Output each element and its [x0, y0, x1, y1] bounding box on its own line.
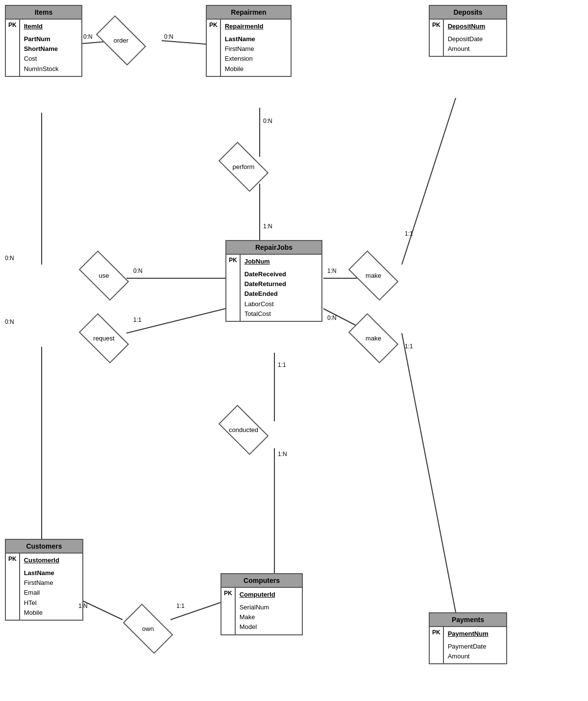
entity-deposits-header: Deposits: [430, 6, 506, 20]
repairmen-pk-label: PK: [209, 22, 218, 28]
repairmen-field-3: Mobile: [225, 64, 264, 74]
computers-pk-field: ComputerId: [240, 590, 275, 600]
card-repairmen-order: 0:N: [164, 33, 173, 40]
items-pk-field: ItemId: [24, 22, 59, 31]
card-repairjobs-make-bottom: 0:N: [327, 314, 337, 321]
card-computers-own: 1:1: [176, 603, 185, 609]
svg-line-9: [402, 98, 456, 265]
repairmen-field-0: LastName: [225, 34, 264, 44]
repairjobs-pk-label: PK: [229, 257, 237, 264]
repairjobs-field-1: DateReturned: [245, 279, 286, 289]
computers-field-0: SerialNum: [240, 603, 275, 612]
repairjobs-field-0: DateReceived: [245, 269, 286, 279]
diamond-make-top: make: [349, 258, 398, 292]
diamond-own: own: [123, 611, 172, 646]
entity-repairjobs-header: RepairJobs: [226, 241, 321, 255]
svg-line-1: [162, 41, 206, 44]
svg-line-11: [402, 333, 456, 612]
card-repairjobs-make-top: 1:N: [327, 267, 337, 274]
card-repairjobs-conducted: 1:1: [278, 362, 286, 368]
entity-items-header: Items: [6, 6, 81, 20]
entity-repairjobs: RepairJobs PK JobNum DateReceived DateRe…: [225, 240, 322, 322]
payments-pk-label: PK: [432, 629, 441, 636]
card-use-repairjobs: 0:N: [133, 267, 143, 274]
entity-repairmen: Repairmen PK RepairmenId LastName FirstN…: [206, 5, 292, 77]
computers-pk-label: PK: [224, 590, 232, 597]
entity-computers: Computers PK ComputerId SerialNum Make M…: [220, 573, 303, 635]
customers-pk-label: PK: [8, 556, 17, 562]
diamond-make-bottom-label: make: [366, 335, 381, 342]
diamond-order: order: [97, 23, 146, 57]
entity-payments: Payments PK PaymentNum PaymentDate Amoun…: [429, 612, 507, 664]
repairmen-field-2: Extension: [225, 54, 264, 64]
computers-field-2: Model: [240, 622, 275, 632]
items-field-3: NumInStock: [24, 64, 59, 74]
card-make-top-deposits: 1:1: [405, 230, 413, 237]
diamond-make-top-label: make: [366, 272, 381, 279]
diamond-make-bottom: make: [349, 321, 398, 355]
diamond-conducted-label: conducted: [229, 426, 258, 434]
entity-computers-header: Computers: [221, 574, 302, 588]
items-field-0: PartNum: [24, 34, 59, 44]
repairjobs-field-3: LaborCost: [245, 299, 286, 309]
card-request-repairjobs: 1:1: [133, 316, 142, 323]
diamond-own-label: own: [142, 625, 154, 632]
diamond-perform: perform: [219, 149, 268, 184]
computers-field-1: Make: [240, 612, 275, 622]
customers-field-3: HTel: [24, 598, 59, 608]
entity-deposits: Deposits PK DepositNum DepositDate Amoun…: [429, 5, 507, 57]
deposits-pk-label: PK: [432, 22, 441, 28]
payments-pk-field: PaymentNum: [448, 629, 489, 639]
entity-customers-header: Customers: [6, 540, 82, 554]
entity-payments-header: Payments: [430, 613, 506, 627]
items-field-1: ShortName: [24, 44, 59, 54]
entity-repairmen-header: Repairmen: [207, 6, 291, 20]
diamond-use-label: use: [99, 272, 109, 279]
items-field-2: Cost: [24, 54, 59, 64]
items-pk-label: PK: [8, 22, 17, 28]
diamond-order-label: order: [114, 37, 128, 44]
repairjobs-pk-field: JobNum: [245, 257, 286, 266]
customers-field-4: Mobile: [24, 608, 59, 618]
deposits-field-1: Amount: [448, 44, 486, 54]
repairmen-field-1: FirstName: [225, 44, 264, 54]
card-customers-request: 0:N: [5, 318, 14, 325]
customers-field-1: FirstName: [24, 578, 59, 588]
customers-field-0: LastName: [24, 568, 59, 578]
repairjobs-field-4: TotalCost: [245, 309, 286, 319]
entity-items: Items PK ItemId PartNum ShortName Cost N…: [5, 5, 82, 77]
card-make-bottom-payments: 1:1: [405, 343, 413, 350]
customers-field-2: Email: [24, 588, 59, 598]
entity-customers: Customers PK CustomerId LastName FirstNa…: [5, 539, 83, 621]
diamond-perform-label: perform: [233, 163, 255, 170]
card-repairmen-perform: 0:N: [263, 118, 272, 124]
diamond-request-label: request: [93, 335, 114, 342]
deposits-field-0: DepositDate: [448, 34, 486, 44]
deposits-pk-field: DepositNum: [448, 22, 486, 31]
card-perform-repairjobs: 1:N: [263, 223, 272, 230]
repairjobs-field-2: DateEnded: [245, 289, 286, 299]
customers-pk-field: CustomerId: [24, 556, 59, 565]
card-items-use: 0:N: [5, 255, 14, 262]
repairmen-pk-field: RepairmenId: [225, 22, 264, 31]
card-items-order: 0:N: [83, 33, 93, 40]
er-diagram: Items PK ItemId PartNum ShortName Cost N…: [0, 0, 588, 701]
diamond-use: use: [79, 258, 128, 292]
card-conducted-computers: 1:N: [278, 451, 287, 458]
payments-field-0: PaymentDate: [448, 642, 489, 652]
card-customers-own: 1:N: [78, 603, 88, 609]
diamond-conducted: conducted: [219, 412, 268, 447]
payments-field-1: Amount: [448, 652, 489, 661]
diamond-request: request: [79, 321, 128, 355]
